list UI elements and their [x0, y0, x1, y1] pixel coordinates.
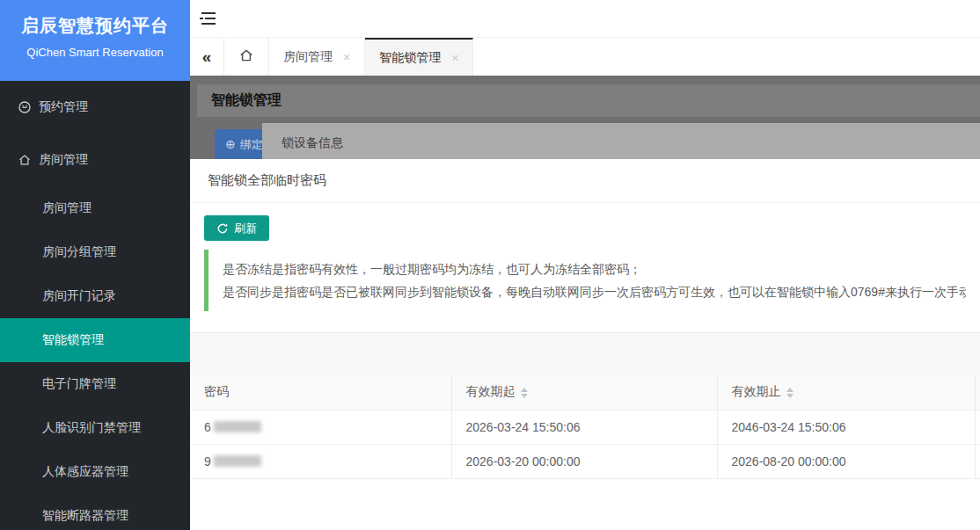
circle-plus-icon: ⊕ [225, 137, 236, 151]
refresh-button[interactable]: 刷新 [204, 215, 269, 241]
masked-content-area: 智能锁管理 ⊕绑定锁设备 锁设备信息 智能锁全部临时密码 刷新 是否冻结是指密码… [190, 76, 980, 530]
refresh-label: 刷新 [234, 221, 257, 236]
header-topbar [190, 0, 980, 38]
header: « 房间管理×智能锁管理× [190, 0, 980, 76]
tab-label: 智能锁管理 [379, 50, 441, 66]
valid-to-cell: 2026-08-20 00:00:00 [717, 444, 975, 478]
tab-close-icon[interactable]: × [343, 51, 350, 63]
column-header-1[interactable]: 有效期起 [451, 375, 717, 410]
sidebar-item-4[interactable]: 房间开门记录 [0, 274, 190, 318]
home-icon [18, 153, 32, 167]
app-subtitle: QiChen Smart Reservation [0, 46, 190, 59]
column-label: 有效期起 [466, 384, 516, 398]
app-title: 启辰智慧预约平台 [0, 14, 190, 38]
info-alert-line-0: 是否冻结是指密码有效性，一般过期密码均为冻结，也可人为冻结全部密码； [223, 258, 952, 280]
password-redacted-blur [214, 421, 261, 432]
password-cell: 6 [190, 410, 451, 444]
reservation-icon [18, 100, 32, 114]
tab-1-active[interactable]: 智能锁管理× [365, 38, 473, 76]
table-row-1: 92026-03-20 00:00:002026-08-20 00:00:00 [190, 444, 980, 478]
app-window: 启辰智慧预约平台 QiChen Smart Reservation 预约管理房间… [0, 0, 980, 530]
lock-device-info-title: 锁设备信息 [282, 135, 343, 149]
app-logo: 启辰智慧预约平台 QiChen Smart Reservation [0, 0, 190, 81]
valid-from-cell: 2026-03-24 15:50:06 [451, 410, 717, 444]
sidebar-item-label: 电子门牌管理 [42, 376, 116, 392]
tab-label: 房间管理 [283, 49, 333, 65]
sidebar-item-2[interactable]: 房间管理 [0, 186, 190, 230]
tab-bar: « 房间管理×智能锁管理× [190, 38, 980, 76]
clipped-cell [975, 410, 980, 444]
sidebar-item-0[interactable]: 预约管理 [0, 81, 190, 134]
sidebar-item-label: 预约管理 [39, 99, 88, 115]
sidebar-item-5-active[interactable]: 智能锁管理 [0, 318, 190, 362]
sidebar-item-6[interactable]: 电子门牌管理 [0, 362, 190, 406]
sidebar-item-label: 人体感应器管理 [42, 464, 128, 480]
sidebar-item-label: 智能断路器管理 [42, 508, 128, 524]
sidebar-item-label: 房间开门记录 [42, 288, 116, 304]
password-redacted-blur [214, 455, 261, 467]
password-prefix: 9 [204, 454, 211, 468]
password-cell: 9 [190, 444, 451, 478]
sort-caret-icon[interactable] [786, 388, 794, 398]
sidebar-item-8[interactable]: 人体感应器管理 [0, 450, 190, 494]
info-alert-line-1: 是否同步是指密码是否已被联网同步到智能锁设备，每晚自动联网同步一次后密码方可生效… [223, 280, 952, 303]
sidebar-item-label: 智能锁管理 [42, 332, 104, 348]
sidebar-item-label: 人脸识别门禁管理 [42, 420, 141, 436]
sidebar: 启辰智慧预约平台 QiChen Smart Reservation 预约管理房间… [0, 0, 190, 530]
dialog-title: 智能锁全部临时密码 [190, 159, 980, 203]
refresh-icon [216, 222, 229, 235]
sidebar-item-label: 房间分组管理 [42, 244, 116, 260]
clipped-cell [975, 444, 980, 478]
column-header-2[interactable]: 有效期止 [717, 375, 975, 410]
temp-password-dialog: 智能锁全部临时密码 刷新 是否冻结是指密码有效性，一般过期密码均为冻结，也可人为… [190, 159, 980, 530]
password-table: 密码有效期起有效期止 62026-03-24 15:50:062046-03-2… [190, 375, 980, 479]
table-row-0: 62026-03-24 15:50:062046-03-24 15:50:06 [190, 410, 980, 444]
sidebar-menu: 预约管理房间管理房间管理房间分组管理房间开门记录智能锁管理电子门牌管理人脸识别门… [0, 81, 190, 530]
sidebar-item-3[interactable]: 房间分组管理 [0, 230, 190, 274]
tabs-scroll-left-icon[interactable]: « [190, 38, 224, 76]
sidebar-item-label: 房间管理 [39, 152, 88, 168]
info-alert: 是否冻结是指密码有效性，一般过期密码均为冻结，也可人为冻结全部密码；是否同步是指… [204, 250, 966, 311]
home-icon [238, 47, 254, 67]
table-toolbar-area [190, 332, 980, 375]
column-label: 有效期止 [732, 384, 781, 398]
sort-caret-icon[interactable] [521, 388, 528, 398]
valid-from-cell: 2026-03-20 00:00:00 [451, 444, 717, 478]
sidebar-item-7[interactable]: 人脸识别门禁管理 [0, 406, 190, 450]
password-prefix: 6 [204, 420, 211, 434]
masked-page-title: 智能锁管理 [211, 91, 282, 110]
column-label: 密码 [204, 384, 229, 398]
tab-home[interactable] [224, 38, 269, 76]
tab-close-icon[interactable]: × [451, 52, 458, 64]
valid-to-cell: 2046-03-24 15:50:06 [717, 410, 975, 444]
sidebar-item-9[interactable]: 智能断路器管理 [0, 494, 190, 530]
column-header-0: 密码 [190, 375, 451, 410]
collapse-menu-icon[interactable] [200, 12, 216, 25]
masked-page-titlebar: 智能锁管理 [197, 84, 980, 117]
tabs-holder: 房间管理×智能锁管理× [269, 38, 473, 76]
column-header-clipped [975, 375, 980, 410]
sidebar-item-label: 房间管理 [42, 200, 91, 216]
sidebar-item-1[interactable]: 房间管理 [0, 134, 190, 186]
tab-0[interactable]: 房间管理× [269, 38, 365, 76]
